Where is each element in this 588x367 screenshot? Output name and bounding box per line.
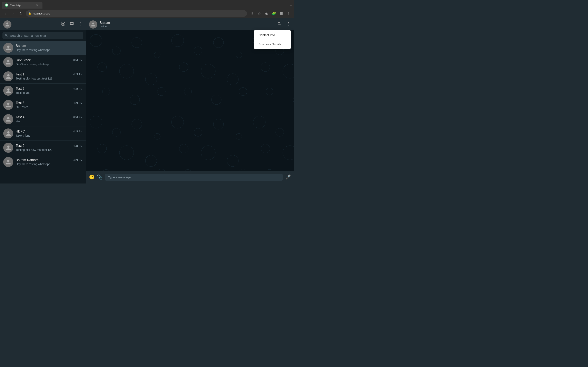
chat-top: Test 2 4:21 PM [16, 144, 82, 148]
chat-preview: Testing Yes [16, 91, 82, 94]
chat-name: Test 2 [16, 144, 25, 148]
search-icon [5, 34, 8, 38]
chat-item[interactable]: Test 2 4:21 PM Testing Yes [0, 83, 86, 98]
chat-item[interactable]: Test 4 8:51 PM Yes [0, 112, 86, 126]
svg-point-4 [80, 25, 81, 25]
chat-top: HDFC 4:21 PM [16, 130, 82, 133]
chat-header-actions [277, 22, 291, 27]
chat-avatar [3, 57, 13, 67]
message-input[interactable] [108, 175, 279, 179]
dropdown-business-details[interactable]: Business Details [254, 40, 291, 49]
chat-preview: Testing okk how test test 123 [16, 148, 82, 151]
download-icon[interactable]: ⬇ [249, 11, 255, 16]
chat-preview: Hey there testing whatsapp [16, 48, 82, 52]
message-input-area: 🙂 📎 🎤 [86, 171, 294, 184]
search-bar [0, 30, 86, 41]
chat-name: Dev Stack [16, 58, 31, 62]
chat-time: 4:21 PM [73, 73, 82, 76]
url-display: localhost:3001 [33, 12, 50, 15]
menu-icon[interactable] [78, 22, 82, 27]
chat-background [86, 30, 294, 171]
svg-point-3 [80, 24, 81, 24]
tab-more-button[interactable]: ⌄ [290, 3, 292, 7]
chat-preview: DevStack testing whatsapp [16, 63, 82, 66]
chat-avatar [3, 100, 13, 110]
new-tab-button[interactable]: + [43, 2, 49, 8]
chat-avatar [3, 71, 13, 81]
chat-item[interactable]: Dev Stack 8:51 PM DevStack testing whats… [0, 55, 86, 69]
chat-bg-pattern [86, 30, 294, 171]
browser-chrome: React App ✕ + ⌄ ‹ › ↻ 🔒 localhost:3001 ⬇… [0, 0, 294, 18]
new-chat-icon[interactable] [69, 22, 74, 27]
nav-back-button[interactable]: ‹ [2, 11, 8, 16]
chat-header-name: Balram [100, 21, 110, 25]
chat-list: Balram Hey there testing whatsapp Dev St… [0, 41, 86, 184]
chat-info: Balram Rathore 4:21 PM Hey there testing… [16, 158, 82, 166]
lock-icon: 🔒 [28, 12, 31, 15]
chat-time: 4:21 PM [73, 87, 82, 90]
attachment-icon[interactable]: 📎 [97, 175, 103, 180]
chat-name: Test 4 [16, 115, 25, 119]
tab-close-button[interactable]: ✕ [35, 3, 39, 7]
chat-avatar [3, 157, 13, 167]
chat-name: Balram [16, 44, 26, 48]
search-input[interactable] [10, 34, 81, 37]
browser-toolbar-actions: ⬇ ☆ ◉ 🧩 ☰ ⋮ [249, 11, 292, 16]
profile-icon[interactable]: ◉ [264, 11, 269, 16]
chat-search-icon[interactable] [277, 22, 282, 27]
chat-avatar [3, 86, 13, 96]
user-avatar[interactable] [3, 20, 11, 29]
chat-preview: Ok Tested [16, 105, 82, 109]
browser-menu-button[interactable]: ⋮ [286, 11, 292, 16]
chat-name: HDFC [16, 130, 25, 133]
chat-info: Test 2 4:21 PM Testing Yes [16, 87, 82, 94]
chat-time: 8:51 PM [73, 59, 82, 62]
chat-name: Test 1 [16, 73, 25, 76]
chat-avatar [3, 128, 13, 138]
svg-point-1 [62, 23, 64, 25]
chat-preview: Testing okk how test test 123 [16, 77, 82, 80]
svg-point-7 [288, 25, 289, 25]
chat-item[interactable]: Balram Rathore 4:21 PM Hey there testing… [0, 155, 86, 169]
chat-time: 4:21 PM [73, 159, 82, 161]
address-bar[interactable]: 🔒 localhost:3001 [26, 10, 247, 17]
chat-avatar [3, 143, 13, 153]
chat-info: Test 4 8:51 PM Yes [16, 115, 82, 123]
chat-item[interactable]: Test 3 4:21 PM Ok Tested [0, 98, 86, 112]
chat-top: Test 2 4:21 PM [16, 87, 82, 91]
chat-time: 4:21 PM [73, 130, 82, 133]
browser-tabs-bar: React App ✕ + ⌄ ‹ › ↻ 🔒 localhost:3001 ⬇… [0, 0, 294, 18]
app-container: Balram Hey there testing whatsapp Dev St… [0, 18, 294, 184]
sidebar-actions [61, 22, 82, 27]
emoji-icon[interactable]: 🙂 [89, 175, 95, 180]
chat-preview: Hey there testing whatsapp [16, 162, 82, 166]
chat-info: Balram Hey there testing whatsapp [16, 44, 82, 52]
chat-header-contact[interactable]: Balram online [89, 20, 110, 29]
nav-forward-button[interactable]: › [10, 11, 16, 16]
message-input-wrap [105, 174, 283, 181]
svg-point-5 [288, 22, 289, 23]
chat-area: Balram online Contact Info Business Deta… [86, 18, 294, 184]
chat-item[interactable]: Test 2 4:21 PM Testing okk how test test… [0, 141, 86, 155]
chat-time: 4:21 PM [73, 144, 82, 147]
dropdown-contact-info[interactable]: Contact Info [254, 30, 291, 40]
status-icon[interactable] [61, 22, 65, 27]
svg-point-2 [80, 22, 81, 23]
chat-preview: Take a lone [16, 134, 82, 137]
extensions-icon[interactable]: 🧩 [271, 11, 277, 16]
mic-icon[interactable]: 🎤 [285, 175, 291, 180]
bookmark-icon[interactable]: ☆ [256, 11, 262, 16]
chat-item[interactable]: Balram Hey there testing whatsapp [0, 41, 86, 55]
chat-info: Test 3 4:21 PM Ok Tested [16, 101, 82, 109]
chat-top: Balram Rathore 4:21 PM [16, 158, 82, 162]
chat-info: Dev Stack 8:51 PM DevStack testing whats… [16, 58, 82, 66]
chat-header: Balram online Contact Info Business Deta… [86, 18, 294, 30]
customize-icon[interactable]: ☰ [278, 11, 284, 16]
chat-more-icon[interactable] [286, 22, 291, 27]
chat-header-status: online [100, 25, 110, 28]
chat-item[interactable]: Test 1 4:21 PM Testing okk how test test… [0, 69, 86, 83]
chat-preview: Yes [16, 120, 82, 123]
active-tab[interactable]: React App ✕ [2, 2, 43, 8]
nav-refresh-button[interactable]: ↻ [18, 11, 24, 16]
chat-item[interactable]: HDFC 4:21 PM Take a lone [0, 126, 86, 141]
